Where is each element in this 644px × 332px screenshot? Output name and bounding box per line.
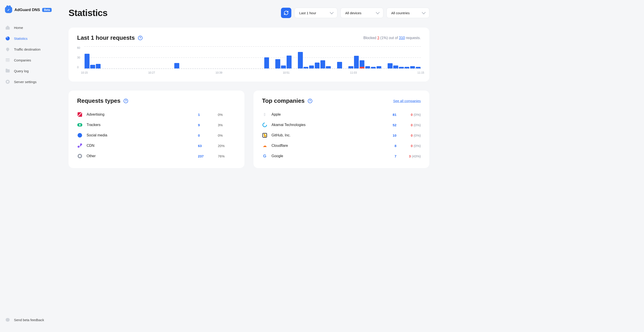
bar-column[interactable] [326, 46, 331, 68]
bar-column[interactable] [303, 46, 309, 68]
bar-column[interactable] [281, 46, 286, 68]
bar-column[interactable] [348, 46, 354, 68]
request-type-row[interactable]: Social media 0 0% [77, 130, 236, 140]
sidebar-item-statistics[interactable]: Statistics [0, 33, 57, 44]
bar-column[interactable] [158, 46, 163, 68]
bar-column[interactable] [163, 46, 168, 68]
bar-column[interactable] [124, 46, 129, 68]
bar-column[interactable] [208, 46, 213, 68]
company-row[interactable]: G Google 7 3 (43%) [262, 151, 421, 161]
bar-column[interactable] [286, 46, 292, 68]
bar-column[interactable] [416, 46, 421, 68]
bar-column[interactable] [382, 46, 387, 68]
trackers-icon [77, 122, 82, 128]
request-type-count: 0 [198, 133, 214, 137]
cdn-icon [77, 143, 82, 148]
bar-column[interactable] [410, 46, 415, 68]
request-type-label: Trackers [86, 123, 194, 127]
bar-column[interactable] [258, 46, 264, 68]
bar-column[interactable] [236, 46, 241, 68]
bar-column[interactable] [370, 46, 376, 68]
help-icon[interactable]: ? [138, 36, 142, 40]
bar-column[interactable] [180, 46, 185, 68]
company-row[interactable]: Akamai Technologies 52 0 (0%) [262, 120, 421, 130]
bar-column[interactable] [191, 46, 196, 68]
sidebar-item-query-log[interactable]: Query log [0, 66, 57, 76]
sidebar-nav: HomeStatisticsTraffic destinationCompani… [0, 22, 57, 314]
company-row[interactable]: ☁ Cloudflare 8 0 (0%) [262, 140, 421, 151]
bar-column[interactable] [253, 46, 258, 68]
bar-column[interactable] [168, 46, 174, 68]
sidebar-item-traffic-destination[interactable]: Traffic destination [0, 44, 57, 55]
bar-column[interactable] [365, 46, 370, 68]
bar-column[interactable] [174, 46, 180, 68]
request-type-pct: 0% [218, 113, 236, 116]
countries-value: All countries [391, 11, 410, 15]
request-type-pct: 0% [218, 133, 236, 137]
bar-column[interactable] [224, 46, 230, 68]
bar-column[interactable] [213, 46, 219, 68]
bar-column[interactable] [140, 46, 146, 68]
bar-column[interactable] [270, 46, 275, 68]
bar-column[interactable] [331, 46, 337, 68]
bar-column[interactable] [320, 46, 326, 68]
sidebar-item-home[interactable]: Home [0, 22, 57, 33]
bar-column[interactable] [84, 46, 90, 68]
help-icon[interactable]: ? [124, 99, 128, 103]
bar-column[interactable] [101, 46, 107, 68]
bar-column[interactable] [197, 46, 202, 68]
send-feedback-button[interactable]: Send beta feedback [0, 314, 57, 325]
bar-column[interactable] [314, 46, 320, 68]
bar-column[interactable] [112, 46, 118, 68]
bar-column[interactable] [242, 46, 247, 68]
sidebar-item-server-settings[interactable]: Server settings [0, 76, 57, 87]
bar-column[interactable] [399, 46, 404, 68]
pin-icon [6, 47, 10, 52]
request-type-row[interactable]: CDN 63 20% [77, 140, 236, 151]
request-type-row[interactable]: Other 237 76% [77, 151, 236, 161]
bar-column[interactable] [152, 46, 157, 68]
bar-column[interactable] [360, 46, 365, 68]
company-count: 7 [383, 154, 396, 158]
bar-column[interactable] [118, 46, 123, 68]
bar-column[interactable] [90, 46, 96, 68]
bar-column[interactable] [129, 46, 134, 68]
total-count-link[interactable]: 310 [399, 36, 405, 40]
bar-column[interactable] [337, 46, 342, 68]
sidebar-item-companies[interactable]: Companies [0, 55, 57, 66]
bar-column[interactable] [376, 46, 382, 68]
bar-column[interactable] [309, 46, 314, 68]
see-all-companies-link[interactable]: See all companies [393, 99, 421, 103]
bar-column[interactable] [342, 46, 348, 68]
company-row[interactable]:  Apple 81 0 (0%) [262, 109, 421, 120]
bar-column[interactable] [404, 46, 410, 68]
help-icon[interactable]: ? [308, 99, 312, 103]
request-type-row[interactable]: Trackers 9 3% [77, 120, 236, 130]
bar-column[interactable] [292, 46, 298, 68]
request-type-row[interactable]: Advertising 1 0% [77, 109, 236, 120]
bar-column[interactable] [354, 46, 359, 68]
bar-column[interactable] [393, 46, 398, 68]
bar-column[interactable] [298, 46, 303, 68]
bar-column[interactable] [185, 46, 191, 68]
countries-dropdown[interactable]: All countries [386, 8, 429, 18]
time-range-dropdown[interactable]: Last 1 hour [294, 8, 337, 18]
devices-dropdown[interactable]: All devices [340, 8, 383, 18]
requests-chart-card: Last 1 hour requests ? Blocked 3 (1%) ou… [68, 28, 429, 82]
bar-column[interactable] [275, 46, 280, 68]
bar-column[interactable] [264, 46, 270, 68]
bar-column[interactable] [219, 46, 224, 68]
bar-column[interactable] [247, 46, 252, 68]
bar-column[interactable] [202, 46, 208, 68]
bar-column[interactable] [146, 46, 152, 68]
refresh-button[interactable] [281, 8, 291, 18]
bar-column[interactable] [107, 46, 112, 68]
blocked-count-link[interactable]: 3 [377, 36, 379, 40]
bar-column[interactable] [135, 46, 140, 68]
company-row[interactable]: 🐈 GitHub, Inc. 10 0 (0%) [262, 130, 421, 140]
folder-icon [6, 69, 10, 73]
brand-logo[interactable]: ✓ AdGuard DNS Beta [0, 7, 57, 13]
bar-column[interactable] [388, 46, 393, 68]
bar-column[interactable] [230, 46, 236, 68]
bar-column[interactable] [96, 46, 101, 68]
